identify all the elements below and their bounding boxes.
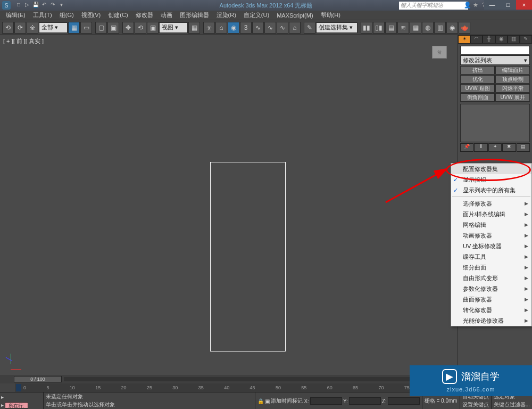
- object-color-swatch[interactable]: [460, 46, 530, 54]
- ctx-animation-modifiers[interactable]: 动画修改器▶: [451, 230, 531, 241]
- qat-undo-icon[interactable]: ↶: [40, 2, 48, 9]
- menu-customize[interactable]: 自定义(U): [240, 11, 273, 19]
- help-search-input[interactable]: 键入关键字或短语: [399, 2, 468, 10]
- tab-hierarchy-icon[interactable]: ╫: [483, 35, 495, 44]
- rect-select-icon[interactable]: ▢: [95, 22, 107, 34]
- ctx-patch-spline-editing[interactable]: 面片/样条线编辑▶: [451, 209, 531, 219]
- snap-toggle-icon[interactable]: ◉: [228, 22, 239, 34]
- isolate-icon[interactable]: ▣: [265, 398, 270, 404]
- keyfilters-button[interactable]: 关键点过滤器...: [494, 401, 530, 408]
- pivot-icon[interactable]: ▦: [188, 22, 200, 34]
- qat-more-icon[interactable]: ▾: [57, 2, 65, 9]
- window-crossing-icon[interactable]: ▣: [107, 22, 119, 34]
- select-object-icon[interactable]: ▦: [68, 22, 80, 34]
- box-object[interactable]: [210, 162, 286, 351]
- time-ruler[interactable]: 051015 20253035 40455055 60657075: [15, 383, 412, 392]
- spinner-snap-icon[interactable]: ∿: [264, 22, 276, 34]
- add-time-tag[interactable]: 添加时间标记: [271, 397, 303, 405]
- menu-group[interactable]: 组(G): [56, 11, 78, 19]
- qat-save-icon[interactable]: 💾: [32, 2, 39, 9]
- angle-snap-icon[interactable]: 3: [240, 22, 252, 34]
- qat-redo-icon[interactable]: ↷: [49, 2, 56, 9]
- ctx-freeform[interactable]: 自由形式变形▶: [451, 273, 531, 283]
- mod-optimize[interactable]: 优化: [460, 75, 495, 84]
- named-selection-set[interactable]: 创建选择集 ▾: [316, 22, 358, 33]
- tab-display-icon[interactable]: ▥: [508, 35, 520, 44]
- lock-selection-icon[interactable]: 🔒: [257, 398, 264, 404]
- app-icon[interactable]: S: [2, 1, 11, 10]
- ctx-show-buttons[interactable]: ✓显示按钮: [451, 174, 531, 185]
- menu-render[interactable]: 渲染(R): [213, 11, 240, 19]
- selection-filter[interactable]: 全部 ▾: [39, 22, 68, 33]
- material-editor-icon[interactable]: ◍: [422, 22, 434, 34]
- mod-uvwmap[interactable]: UVW 贴图: [460, 84, 495, 93]
- time-marker[interactable]: [16, 384, 21, 391]
- mod-extrude[interactable]: 挤出: [460, 66, 495, 75]
- x-input[interactable]: [310, 397, 342, 405]
- unlink-icon[interactable]: ⟳: [14, 22, 26, 34]
- qat-open-icon[interactable]: ▷: [23, 2, 31, 9]
- scale-icon[interactable]: ▣: [147, 22, 159, 34]
- mod-uvwunwrap[interactable]: UVW 展开: [495, 93, 530, 102]
- ctx-cache-tools[interactable]: 缓存工具▶: [451, 251, 531, 262]
- ctx-radiosity-modifiers[interactable]: 光能传递修改器▶: [451, 315, 531, 326]
- make-unique-icon[interactable]: ✦: [488, 143, 502, 152]
- curve-editor-icon[interactable]: ≋: [397, 22, 409, 34]
- render-icon[interactable]: 🫖: [459, 22, 470, 34]
- bind-icon[interactable]: ※: [27, 22, 38, 34]
- mod-bevelprofile[interactable]: 倒角剖面: [460, 93, 495, 102]
- script-mini-listener[interactable]: ▸ ▸所在行:: [0, 392, 44, 409]
- menu-views[interactable]: 视图(V): [78, 11, 105, 19]
- qat-new-icon[interactable]: □: [15, 2, 22, 9]
- ctx-configure-modifier-sets[interactable]: 配置修改器集: [451, 163, 531, 174]
- minimize-button[interactable]: —: [484, 0, 500, 10]
- menu-edit[interactable]: 编辑(E): [2, 11, 29, 19]
- modifier-list-dropdown[interactable]: 修改器列表▾: [460, 55, 530, 65]
- mod-vertexpaint[interactable]: 顶点绘制: [495, 75, 530, 84]
- viewport[interactable]: [ + ][ 前 ][ 真实 ] 前: [0, 35, 458, 375]
- ctx-surface-modifiers[interactable]: 曲面修改器▶: [451, 294, 531, 305]
- tab-motion-icon[interactable]: ◉: [495, 35, 508, 44]
- menu-tools[interactable]: 工具(T): [29, 11, 56, 19]
- percent-snap-icon[interactable]: ∿: [252, 22, 264, 34]
- ctx-show-all-sets[interactable]: ✓显示列表中的所有集: [451, 185, 531, 195]
- maximize-button[interactable]: □: [500, 0, 516, 10]
- mod-smooth[interactable]: 闪烁平滑: [495, 84, 530, 93]
- link-icon[interactable]: ⟲: [2, 22, 14, 34]
- time-track[interactable]: [64, 377, 438, 381]
- menu-maxscript[interactable]: MAXScript(M): [273, 12, 317, 19]
- ctx-subdivision[interactable]: 细分曲面▶: [451, 262, 531, 273]
- prompt-field[interactable]: 所在行:: [5, 402, 28, 408]
- menu-graph[interactable]: 图形编辑器: [176, 11, 213, 19]
- setkey-button[interactable]: 设置关键点: [462, 401, 489, 408]
- ctx-parametric-modifiers[interactable]: 参数化修改器▶: [451, 283, 531, 294]
- snap2-icon[interactable]: ⌂: [289, 22, 301, 34]
- mirror-icon[interactable]: ▮▮: [361, 22, 372, 34]
- menu-help[interactable]: 帮助(H): [317, 11, 344, 19]
- show-end-icon[interactable]: Ⅱ: [474, 143, 487, 152]
- time-slider[interactable]: 0 / 100: [14, 376, 62, 382]
- ctx-mesh-editing[interactable]: 网格编辑▶: [451, 219, 531, 230]
- named-sel-icon[interactable]: ✎: [304, 22, 315, 34]
- modifier-stack[interactable]: [460, 104, 530, 142]
- manip-icon[interactable]: ⚹: [203, 22, 215, 34]
- y-input[interactable]: [349, 397, 381, 405]
- move-icon[interactable]: ✥: [122, 22, 134, 34]
- viewcube[interactable]: 前: [432, 46, 447, 59]
- snap-icon[interactable]: ∿: [277, 22, 288, 34]
- ctx-conversion-modifiers[interactable]: 转化修改器▶: [451, 305, 531, 315]
- z-input[interactable]: [388, 397, 420, 405]
- ctx-selection-modifiers[interactable]: 选择修改器▶: [451, 198, 531, 209]
- menu-modifiers[interactable]: 修改器: [132, 11, 157, 19]
- tab-modify-icon[interactable]: ◠: [470, 35, 483, 44]
- remove-mod-icon[interactable]: ✖: [502, 143, 516, 152]
- configure-sets-icon[interactable]: ▤: [517, 143, 530, 152]
- infocenter-icon[interactable]: 👤: [464, 2, 471, 9]
- ref-coord-system[interactable]: 视图 ▾: [159, 22, 188, 33]
- rotate-icon[interactable]: ⟲: [135, 22, 146, 34]
- tab-create-icon[interactable]: ✶: [458, 35, 470, 44]
- pin-stack-icon[interactable]: 📌: [460, 143, 473, 152]
- tab-utilities-icon[interactable]: ✎: [520, 35, 532, 44]
- mod-editpatch[interactable]: 编辑面片: [495, 66, 530, 75]
- key-mode-icon[interactable]: ⌂: [215, 22, 227, 34]
